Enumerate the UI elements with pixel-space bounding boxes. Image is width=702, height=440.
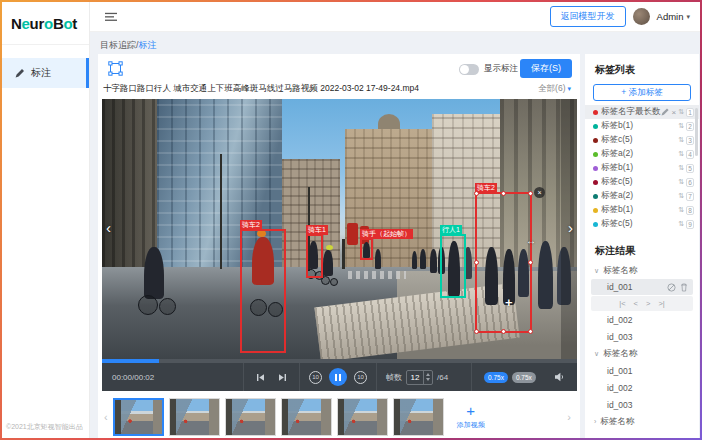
bbox-cyclist-1[interactable]: 骑车1: [306, 234, 323, 278]
next-frame-button[interactable]: [278, 373, 287, 382]
frame-number-value: 12: [407, 371, 423, 384]
pause-button[interactable]: [329, 368, 347, 386]
volume-icon[interactable]: [554, 372, 565, 382]
show-annotation-toggle[interactable]: [459, 64, 479, 75]
bbox-close-icon[interactable]: ×: [534, 187, 545, 198]
avatar[interactable]: [633, 8, 650, 25]
trash-icon[interactable]: [680, 283, 688, 292]
label-row[interactable]: 标签a(2)⇅4: [585, 147, 699, 161]
caret-down-icon: ∨: [594, 267, 599, 275]
video-thumbnail[interactable]: [393, 398, 444, 436]
video-thumbnail[interactable]: [169, 398, 220, 436]
step-up-icon[interactable]: [426, 373, 430, 376]
result-item[interactable]: id_001: [585, 362, 699, 379]
prev-frame-button[interactable]: [256, 373, 265, 382]
label-name: 标签c(5): [601, 134, 678, 146]
frame-nav-row: |< < > >|: [591, 296, 693, 311]
plus-icon: +: [466, 404, 475, 418]
filmstrip-prev-icon[interactable]: ‹: [104, 411, 108, 423]
video-thumbnail[interactable]: [281, 398, 332, 436]
resize-handle[interactable]: [528, 329, 533, 334]
label-row[interactable]: 标签c(5)⇅9: [585, 217, 699, 231]
chevron-down-icon: ▾: [686, 13, 690, 21]
logo-letter: e: [22, 15, 30, 32]
label-row[interactable]: 标签名字最长数... × ⇅ 1: [585, 105, 699, 119]
prev-video-chevron-icon[interactable]: ‹: [106, 213, 111, 243]
time-display: 00:00/00:02: [112, 373, 154, 382]
edit-icon[interactable]: [661, 108, 669, 116]
resize-handle[interactable]: [528, 191, 533, 196]
user-menu[interactable]: Admin▾: [657, 11, 690, 22]
sidebar-item-annotate[interactable]: 标注: [2, 58, 89, 88]
prev-frame-icon[interactable]: <: [634, 299, 638, 308]
scrollbar[interactable]: [695, 108, 698, 156]
logo-letter: ur: [30, 15, 44, 32]
step-down-icon[interactable]: [426, 378, 430, 381]
next-video-chevron-icon[interactable]: ›: [568, 213, 573, 243]
delete-label-icon[interactable]: ×: [671, 108, 676, 117]
result-group[interactable]: ∨标签名称: [585, 262, 699, 279]
bbox-cyclist-2-selected[interactable]: 骑车2 ×: [475, 192, 532, 333]
result-item[interactable]: id_003: [585, 396, 699, 413]
frame-number-input[interactable]: 12: [406, 370, 433, 385]
time-section: 00:00/00:02: [102, 363, 244, 391]
bbox-rider-startframe[interactable]: 骑手（起始帧）: [360, 238, 373, 260]
resize-handle[interactable]: [528, 260, 533, 265]
result-id: id_001: [607, 282, 633, 292]
result-group-collapsed[interactable]: ›标签名称: [585, 413, 699, 430]
results-title: 标注结果: [585, 244, 699, 258]
label-name: 标签c(5): [601, 176, 678, 188]
skip-back-icon[interactable]: 10: [309, 371, 322, 384]
filmstrip: ‹ + 添加视频 ›: [102, 395, 577, 438]
resize-handle[interactable]: [501, 191, 506, 196]
resize-cursor-icon: ↔: [526, 235, 536, 246]
result-item[interactable]: id_002: [585, 311, 699, 328]
result-group[interactable]: ∨标签名称: [585, 345, 699, 362]
hide-icon[interactable]: [667, 283, 676, 292]
result-item[interactable]: id_002: [585, 379, 699, 396]
label-filter-dropdown[interactable]: 全部(6)▾: [538, 83, 571, 95]
result-item-selected[interactable]: id_001: [591, 279, 693, 295]
result-id: id_002: [607, 315, 633, 325]
video-thumbnail[interactable]: [337, 398, 388, 436]
speed-pill-active[interactable]: 0.75x: [484, 372, 508, 383]
label-row[interactable]: 标签b(1)⇅8: [585, 203, 699, 217]
bbox-label: 骑车1: [306, 225, 328, 235]
label-row[interactable]: 标签c(5)⇅6: [585, 175, 699, 189]
rect-select-tool-icon[interactable]: [108, 61, 123, 80]
menu-collapse-icon[interactable]: [105, 12, 117, 22]
label-row[interactable]: 标签a(2)⇅7: [585, 189, 699, 203]
label-name: 标签a(2): [601, 190, 678, 202]
video-thumbnail-selected[interactable]: [113, 398, 164, 436]
bbox-pedestrian-1[interactable]: 行人1: [440, 234, 466, 298]
label-name: 标签b(1): [601, 162, 678, 174]
back-to-model-dev-button[interactable]: 返回模型开发: [550, 6, 626, 27]
bbox-cyclist-2[interactable]: 骑车2: [240, 229, 286, 353]
add-video-button[interactable]: + 添加视频: [449, 396, 493, 438]
resize-handle[interactable]: [474, 191, 479, 196]
bbox-label: 行人1: [440, 225, 462, 235]
sort-icon: ⇅: [678, 136, 684, 144]
video-thumbnail[interactable]: [225, 398, 276, 436]
logo-letter: o: [63, 15, 72, 32]
next-frame-icon[interactable]: >: [646, 299, 650, 308]
save-button[interactable]: 保存(S): [520, 59, 572, 78]
frame-stepper[interactable]: [423, 371, 432, 384]
filmstrip-next-icon[interactable]: ›: [567, 411, 571, 423]
skip-forward-icon[interactable]: 10: [354, 371, 367, 384]
result-item[interactable]: id_003: [585, 328, 699, 345]
resize-handle[interactable]: [474, 329, 479, 334]
sort-icon: ⇅: [678, 178, 684, 186]
first-frame-icon[interactable]: |<: [619, 299, 625, 308]
label-row[interactable]: 标签c(5)⇅3: [585, 133, 699, 147]
breadcrumb-parent[interactable]: 目标追踪: [100, 40, 136, 50]
last-frame-icon[interactable]: >|: [658, 299, 664, 308]
label-row[interactable]: 标签b(1)⇅5: [585, 161, 699, 175]
resize-handle[interactable]: [474, 260, 479, 265]
scene-dome-building: [345, 129, 433, 269]
user-name: Admin: [657, 11, 684, 22]
speed-pill[interactable]: 0.75x: [512, 372, 536, 383]
add-label-button[interactable]: + 添加标签: [593, 84, 691, 101]
resize-handle[interactable]: [501, 329, 506, 334]
label-row[interactable]: 标签b(1)⇅2: [585, 119, 699, 133]
